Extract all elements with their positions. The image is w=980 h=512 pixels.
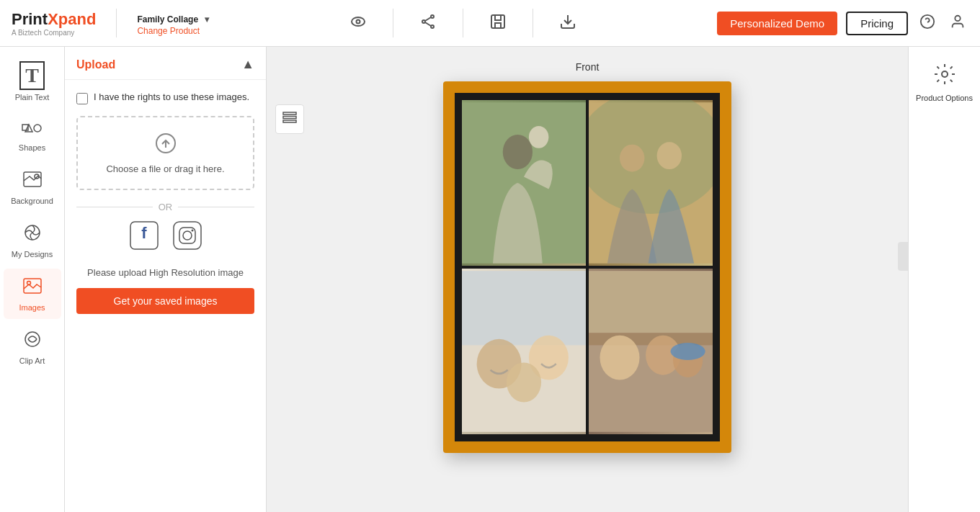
background-icon bbox=[22, 169, 43, 194]
rights-checkbox[interactable] bbox=[76, 93, 88, 104]
product-inner bbox=[455, 93, 720, 441]
svg-rect-45 bbox=[462, 271, 586, 432]
svg-point-3 bbox=[422, 20, 425, 23]
drop-text: Choose a file or drag it here. bbox=[89, 163, 241, 174]
plain-text-icon: T bbox=[19, 61, 45, 90]
drop-zone[interactable]: Choose a file or drag it here. bbox=[76, 116, 254, 190]
svg-rect-28 bbox=[283, 112, 296, 114]
product-frame bbox=[443, 81, 731, 453]
sidebar-item-plain-text[interactable]: T Plain Text bbox=[4, 54, 61, 109]
svg-text:f: f bbox=[141, 224, 147, 242]
svg-rect-29 bbox=[283, 117, 296, 119]
svg-line-5 bbox=[425, 17, 431, 21]
product-name: Family Collage ▾ bbox=[137, 11, 209, 25]
clip-art-label: Clip Art bbox=[19, 356, 45, 365]
photo-cell-1 bbox=[462, 100, 586, 266]
sidebar-item-shapes[interactable]: Shapes bbox=[4, 112, 61, 159]
share-icon[interactable] bbox=[416, 10, 440, 37]
photo-cell-3 bbox=[462, 269, 586, 434]
svg-rect-30 bbox=[283, 120, 296, 122]
svg-point-54 bbox=[942, 71, 948, 77]
images-label: Images bbox=[19, 303, 45, 312]
svg-rect-39 bbox=[589, 102, 713, 264]
svg-point-27 bbox=[191, 230, 193, 232]
shapes-icon bbox=[22, 119, 43, 140]
logo-sub: A Biztech Company bbox=[12, 29, 96, 37]
upload-title: Upload bbox=[76, 58, 115, 71]
svg-rect-53 bbox=[589, 271, 713, 432]
product-info: Family Collage ▾ Change Product bbox=[137, 11, 209, 36]
logo: PrintXpand A Biztech Company bbox=[12, 10, 96, 37]
photo-cell-2 bbox=[589, 100, 713, 266]
canvas-label: Front bbox=[576, 61, 600, 73]
svg-point-19 bbox=[27, 282, 30, 285]
product-options-button[interactable]: Product Options bbox=[910, 54, 979, 111]
resolution-text: Please upload High Resolution image bbox=[76, 267, 254, 278]
logo-print-part: Print bbox=[12, 10, 48, 28]
sidebar-item-clip-art[interactable]: Clip Art bbox=[4, 322, 61, 372]
instagram-icon[interactable] bbox=[173, 221, 202, 256]
plain-text-label: Plain Text bbox=[15, 93, 50, 102]
clip-art-icon bbox=[22, 329, 43, 354]
photo-grid bbox=[462, 100, 713, 434]
canvas-area: Front bbox=[267, 47, 908, 512]
main-layout: T Plain Text Shapes Background bbox=[0, 47, 980, 512]
svg-point-13 bbox=[34, 125, 41, 132]
upload-body: I have the rights to use these images. C… bbox=[65, 80, 266, 325]
svg-point-4 bbox=[431, 25, 434, 28]
svg-point-12 bbox=[955, 15, 960, 20]
demo-button[interactable]: Personalized Demo bbox=[717, 12, 837, 35]
upload-panel: Upload ▲ I have the rights to use these … bbox=[65, 47, 267, 512]
svg-rect-34 bbox=[462, 102, 586, 264]
tools-sidebar: T Plain Text Shapes Background bbox=[0, 47, 65, 512]
change-product-link[interactable]: Change Product bbox=[137, 26, 209, 36]
app-header: PrintXpand A Biztech Company Family Coll… bbox=[0, 0, 980, 47]
svg-point-2 bbox=[431, 15, 434, 18]
svg-point-0 bbox=[352, 17, 365, 26]
svg-line-6 bbox=[425, 22, 431, 26]
help-icon[interactable] bbox=[917, 11, 938, 36]
user-icon[interactable] bbox=[947, 11, 968, 36]
rights-checkbox-row: I have the rights to use these images. bbox=[76, 91, 254, 104]
product-options-label: Product Options bbox=[916, 94, 973, 102]
eye-icon[interactable] bbox=[347, 10, 370, 37]
shapes-label: Shapes bbox=[19, 143, 45, 152]
download-icon[interactable] bbox=[556, 10, 579, 37]
divider bbox=[393, 9, 393, 37]
background-label: Background bbox=[11, 197, 53, 205]
sidebar-item-images[interactable]: Images bbox=[4, 269, 61, 319]
logo-text: PrintXpand bbox=[12, 10, 96, 28]
header-center-icons bbox=[223, 9, 703, 37]
or-divider: OR bbox=[76, 202, 254, 212]
layers-button[interactable] bbox=[275, 104, 304, 134]
collapse-button[interactable]: ▲ bbox=[241, 57, 254, 72]
svg-point-20 bbox=[25, 332, 40, 346]
svg-point-1 bbox=[357, 19, 360, 23]
my-designs-label: My Designs bbox=[12, 250, 53, 259]
photo-cell-4 bbox=[589, 269, 713, 434]
svg-rect-24 bbox=[174, 222, 201, 249]
header-right: Personalized Demo Pricing bbox=[717, 11, 968, 36]
my-designs-icon bbox=[22, 223, 43, 247]
save-icon[interactable] bbox=[486, 10, 509, 37]
divider bbox=[533, 9, 533, 37]
header-divider bbox=[116, 9, 117, 37]
sidebar-item-my-designs[interactable]: My Designs bbox=[4, 215, 61, 266]
right-edge-tab[interactable] bbox=[898, 242, 908, 271]
dropdown-arrow-icon[interactable]: ▾ bbox=[205, 14, 209, 24]
upload-header: Upload ▲ bbox=[65, 47, 266, 80]
pricing-button[interactable]: Pricing bbox=[846, 12, 908, 35]
saved-images-button[interactable]: Get your saved images bbox=[76, 288, 254, 314]
facebook-icon[interactable]: f bbox=[130, 221, 159, 256]
sidebar-item-background[interactable]: Background bbox=[4, 162, 61, 212]
images-icon bbox=[22, 276, 43, 300]
logo-pand: pand bbox=[58, 10, 97, 28]
svg-rect-7 bbox=[491, 15, 504, 28]
social-icons: f bbox=[76, 221, 254, 256]
gear-icon bbox=[933, 63, 956, 91]
svg-point-26 bbox=[183, 231, 192, 240]
product-options-sidebar: Product Options bbox=[908, 47, 980, 512]
rights-label[interactable]: I have the rights to use these images. bbox=[94, 91, 249, 102]
svg-rect-8 bbox=[495, 15, 501, 20]
upload-icon bbox=[89, 132, 241, 159]
